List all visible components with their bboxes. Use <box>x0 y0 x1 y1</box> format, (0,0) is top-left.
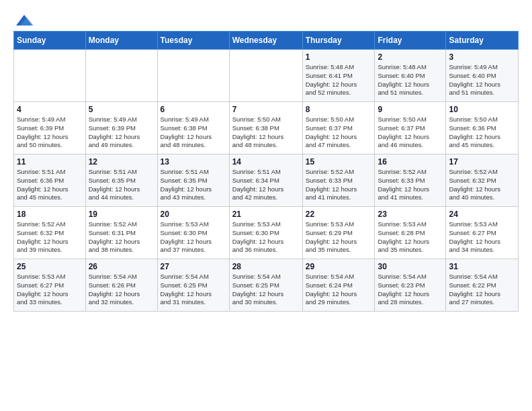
header-cell-friday: Friday <box>375 32 446 50</box>
day-info: Sunrise: 5:53 AM Sunset: 6:27 PM Dayligh… <box>449 220 515 255</box>
day-cell: 3Sunrise: 5:49 AM Sunset: 6:40 PM Daylig… <box>446 50 519 102</box>
day-cell: 5Sunrise: 5:49 AM Sunset: 6:39 PM Daylig… <box>85 102 157 154</box>
day-info: Sunrise: 5:54 AM Sunset: 6:25 PM Dayligh… <box>161 273 226 307</box>
header-cell-wednesday: Wednesday <box>229 32 302 50</box>
day-number: 1 <box>306 52 372 62</box>
day-number: 15 <box>306 157 372 167</box>
day-cell: 8Sunrise: 5:50 AM Sunset: 6:37 PM Daylig… <box>302 102 375 154</box>
day-number: 24 <box>449 210 515 219</box>
day-cell: 26Sunrise: 5:54 AM Sunset: 6:26 PM Dayli… <box>85 259 157 312</box>
day-number: 27 <box>161 262 226 271</box>
day-cell: 6Sunrise: 5:49 AM Sunset: 6:38 PM Daylig… <box>157 102 229 154</box>
day-number: 30 <box>378 262 443 271</box>
day-number: 13 <box>161 157 226 167</box>
day-cell: 28Sunrise: 5:54 AM Sunset: 6:25 PM Dayli… <box>229 259 302 312</box>
header-cell-thursday: Thursday <box>302 32 375 50</box>
day-number: 2 <box>378 52 443 62</box>
day-info: Sunrise: 5:52 AM Sunset: 6:32 PM Dayligh… <box>449 168 515 202</box>
day-cell: 29Sunrise: 5:54 AM Sunset: 6:24 PM Dayli… <box>302 259 375 312</box>
day-cell: 19Sunrise: 5:52 AM Sunset: 6:31 PM Dayli… <box>85 207 157 259</box>
day-info: Sunrise: 5:54 AM Sunset: 6:22 PM Dayligh… <box>449 273 515 307</box>
day-number: 17 <box>449 157 515 167</box>
day-cell: 22Sunrise: 5:53 AM Sunset: 6:29 PM Dayli… <box>302 207 375 259</box>
day-cell: 30Sunrise: 5:54 AM Sunset: 6:23 PM Dayli… <box>375 259 446 312</box>
day-number: 5 <box>89 105 154 114</box>
day-number: 21 <box>232 210 300 219</box>
day-cell <box>157 50 229 102</box>
day-number: 3 <box>449 52 515 62</box>
logo-icon <box>15 13 34 27</box>
day-number: 14 <box>232 157 300 167</box>
header-cell-saturday: Saturday <box>446 32 519 50</box>
day-number: 22 <box>306 210 372 219</box>
header-row: SundayMondayTuesdayWednesdayThursdayFrid… <box>14 32 519 50</box>
day-number: 29 <box>306 262 372 271</box>
day-info: Sunrise: 5:52 AM Sunset: 6:33 PM Dayligh… <box>378 168 443 202</box>
day-cell <box>85 50 157 102</box>
day-info: Sunrise: 5:54 AM Sunset: 6:23 PM Dayligh… <box>378 273 443 307</box>
day-cell: 1Sunrise: 5:48 AM Sunset: 6:41 PM Daylig… <box>302 50 375 102</box>
day-cell: 17Sunrise: 5:52 AM Sunset: 6:32 PM Dayli… <box>446 154 519 207</box>
day-info: Sunrise: 5:53 AM Sunset: 6:28 PM Dayligh… <box>378 220 443 255</box>
day-number: 28 <box>232 262 300 271</box>
day-cell: 14Sunrise: 5:51 AM Sunset: 6:34 PM Dayli… <box>229 154 302 207</box>
day-info: Sunrise: 5:50 AM Sunset: 6:38 PM Dayligh… <box>232 116 300 150</box>
day-info: Sunrise: 5:54 AM Sunset: 6:26 PM Dayligh… <box>89 273 154 307</box>
day-cell: 2Sunrise: 5:48 AM Sunset: 6:40 PM Daylig… <box>375 50 446 102</box>
day-info: Sunrise: 5:51 AM Sunset: 6:35 PM Dayligh… <box>161 168 226 202</box>
week-row-3: 11Sunrise: 5:51 AM Sunset: 6:36 PM Dayli… <box>14 154 519 207</box>
day-cell: 25Sunrise: 5:53 AM Sunset: 6:27 PM Dayli… <box>14 259 86 312</box>
day-number: 9 <box>378 105 443 114</box>
week-row-2: 4Sunrise: 5:49 AM Sunset: 6:39 PM Daylig… <box>14 102 519 154</box>
day-number: 19 <box>89 210 154 219</box>
day-info: Sunrise: 5:54 AM Sunset: 6:24 PM Dayligh… <box>306 273 372 307</box>
day-info: Sunrise: 5:51 AM Sunset: 6:36 PM Dayligh… <box>17 168 83 202</box>
day-info: Sunrise: 5:49 AM Sunset: 6:38 PM Dayligh… <box>161 116 226 150</box>
week-row-1: 1Sunrise: 5:48 AM Sunset: 6:41 PM Daylig… <box>14 50 519 102</box>
header-cell-monday: Monday <box>85 32 157 50</box>
day-info: Sunrise: 5:48 AM Sunset: 6:41 PM Dayligh… <box>306 63 372 97</box>
day-number: 25 <box>17 262 83 271</box>
day-info: Sunrise: 5:53 AM Sunset: 6:29 PM Dayligh… <box>306 220 372 255</box>
day-number: 11 <box>17 157 83 167</box>
week-row-5: 25Sunrise: 5:53 AM Sunset: 6:27 PM Dayli… <box>14 259 519 312</box>
day-number: 7 <box>232 105 300 114</box>
day-cell: 31Sunrise: 5:54 AM Sunset: 6:22 PM Dayli… <box>446 259 519 312</box>
day-number: 20 <box>161 210 226 219</box>
day-cell: 18Sunrise: 5:52 AM Sunset: 6:32 PM Dayli… <box>14 207 86 259</box>
day-cell: 20Sunrise: 5:53 AM Sunset: 6:30 PM Dayli… <box>157 207 229 259</box>
day-info: Sunrise: 5:48 AM Sunset: 6:40 PM Dayligh… <box>378 63 443 97</box>
day-info: Sunrise: 5:54 AM Sunset: 6:25 PM Dayligh… <box>232 273 300 307</box>
day-number: 4 <box>17 105 83 114</box>
day-number: 18 <box>17 210 83 219</box>
day-info: Sunrise: 5:51 AM Sunset: 6:34 PM Dayligh… <box>232 168 300 202</box>
day-cell: 24Sunrise: 5:53 AM Sunset: 6:27 PM Dayli… <box>446 207 519 259</box>
day-cell: 21Sunrise: 5:53 AM Sunset: 6:30 PM Dayli… <box>229 207 302 259</box>
day-info: Sunrise: 5:49 AM Sunset: 6:39 PM Dayligh… <box>17 116 83 150</box>
day-number: 12 <box>89 157 154 167</box>
day-number: 23 <box>378 210 443 219</box>
day-info: Sunrise: 5:52 AM Sunset: 6:33 PM Dayligh… <box>306 168 372 202</box>
logo <box>13 13 34 27</box>
day-cell: 13Sunrise: 5:51 AM Sunset: 6:35 PM Dayli… <box>157 154 229 207</box>
day-info: Sunrise: 5:50 AM Sunset: 6:37 PM Dayligh… <box>306 116 372 150</box>
day-info: Sunrise: 5:53 AM Sunset: 6:27 PM Dayligh… <box>17 273 83 307</box>
day-info: Sunrise: 5:53 AM Sunset: 6:30 PM Dayligh… <box>161 220 226 255</box>
week-row-4: 18Sunrise: 5:52 AM Sunset: 6:32 PM Dayli… <box>14 207 519 259</box>
day-info: Sunrise: 5:52 AM Sunset: 6:32 PM Dayligh… <box>17 220 83 255</box>
day-info: Sunrise: 5:50 AM Sunset: 6:36 PM Dayligh… <box>449 116 515 150</box>
day-cell: 9Sunrise: 5:50 AM Sunset: 6:37 PM Daylig… <box>375 102 446 154</box>
day-number: 6 <box>161 105 226 114</box>
calendar-table: SundayMondayTuesdayWednesdayThursdayFrid… <box>13 31 519 312</box>
page-header <box>13 11 519 27</box>
day-info: Sunrise: 5:53 AM Sunset: 6:30 PM Dayligh… <box>232 220 300 255</box>
day-number: 26 <box>89 262 154 271</box>
day-info: Sunrise: 5:52 AM Sunset: 6:31 PM Dayligh… <box>89 220 154 255</box>
day-info: Sunrise: 5:50 AM Sunset: 6:37 PM Dayligh… <box>378 116 443 150</box>
day-info: Sunrise: 5:51 AM Sunset: 6:35 PM Dayligh… <box>89 168 154 202</box>
day-cell: 4Sunrise: 5:49 AM Sunset: 6:39 PM Daylig… <box>14 102 86 154</box>
day-cell: 16Sunrise: 5:52 AM Sunset: 6:33 PM Dayli… <box>375 154 446 207</box>
day-info: Sunrise: 5:49 AM Sunset: 6:39 PM Dayligh… <box>89 116 154 150</box>
day-info: Sunrise: 5:49 AM Sunset: 6:40 PM Dayligh… <box>449 63 515 97</box>
day-cell <box>229 50 302 102</box>
